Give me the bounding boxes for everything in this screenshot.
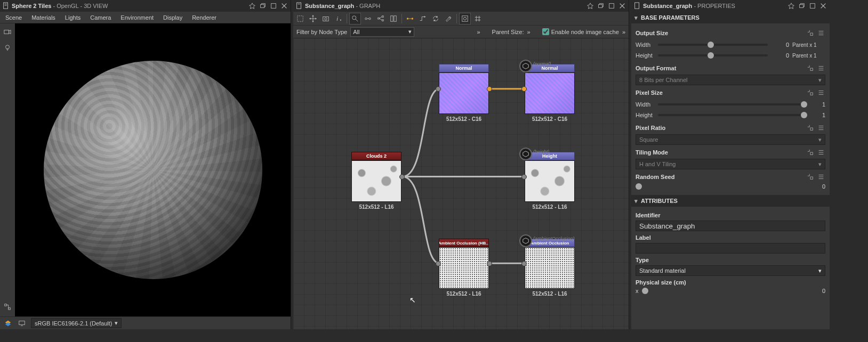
seed-value[interactable]: 0 xyxy=(822,183,825,190)
node-ao[interactable]: Ambient Occlusion (HB... 512x512 - L16 xyxy=(439,239,489,297)
close-icon[interactable] xyxy=(819,2,827,10)
wrench-icon[interactable] xyxy=(443,13,454,25)
menu-renderer[interactable]: Renderer xyxy=(192,14,216,21)
physical-x-value[interactable]: 0 xyxy=(822,288,825,294)
close-icon[interactable] xyxy=(280,2,288,10)
node-height-output[interactable]: Height 512x512 - L16 xyxy=(525,152,575,210)
pixel-ratio-select[interactable]: Square ▾ xyxy=(636,134,825,145)
camera-icon[interactable] xyxy=(2,27,13,37)
tiling-mode-select[interactable]: H and V Tiling ▾ xyxy=(636,159,825,169)
node-normal-output[interactable]: Normal 512x512 - C16 xyxy=(525,64,575,122)
px-width-value[interactable]: 1 xyxy=(807,101,825,108)
output-port[interactable] xyxy=(487,86,492,92)
width-value[interactable]: 0 xyxy=(771,42,789,48)
seed-randomize-button[interactable] xyxy=(636,183,642,190)
close-icon[interactable] xyxy=(618,2,626,10)
cache-checkbox-input[interactable] xyxy=(542,28,549,35)
menu-camera[interactable]: Camera xyxy=(90,14,111,21)
input-port[interactable] xyxy=(436,261,441,266)
menu-lights[interactable]: Lights xyxy=(65,14,81,21)
input-port[interactable] xyxy=(521,261,527,266)
node-normal[interactable]: Normal 512x512 - C16 xyxy=(439,64,489,122)
identifier-input[interactable] xyxy=(636,221,825,231)
svg-marker-63 xyxy=(523,63,529,69)
restore-icon[interactable] xyxy=(798,2,806,10)
more-icon[interactable]: » xyxy=(477,29,480,35)
refresh-icon[interactable] xyxy=(430,13,441,25)
restore-icon[interactable] xyxy=(259,2,267,10)
align-icon[interactable] xyxy=(388,13,399,25)
menu-materials[interactable]: Materials xyxy=(31,14,55,21)
menu-lines-icon[interactable] xyxy=(817,29,825,37)
pin-icon[interactable] xyxy=(787,2,795,10)
filter-select[interactable]: All ▾ xyxy=(350,27,414,37)
inherit-icon[interactable] xyxy=(806,124,815,132)
maximize-icon[interactable] xyxy=(269,2,278,10)
output-format-select[interactable]: 8 Bits per Channel ▾ xyxy=(636,75,825,85)
svg-point-50 xyxy=(412,18,414,20)
width-slider[interactable] xyxy=(658,44,768,46)
inherit-icon[interactable] xyxy=(806,148,815,157)
cache-label: Enable node image cache xyxy=(551,29,619,35)
label-input[interactable] xyxy=(636,243,825,254)
route-icon[interactable] xyxy=(417,13,429,25)
type-select[interactable]: Standard material ▾ xyxy=(636,265,825,276)
graph-canvas[interactable]: Clouds 2 512x512 - L16 Normal 512x512 - … xyxy=(293,38,629,329)
node-clouds2[interactable]: Clouds 2 512x512 - L16 xyxy=(351,152,401,210)
tree-icon[interactable] xyxy=(375,13,387,25)
monitor-icon[interactable] xyxy=(17,319,27,328)
hierarchy-icon[interactable] xyxy=(2,302,13,312)
color-profile-label: sRGB IEC61966-2.1 (Default) xyxy=(35,320,112,327)
height-slider[interactable] xyxy=(658,54,768,56)
input-port[interactable] xyxy=(521,86,527,92)
snapshot-icon[interactable] xyxy=(320,13,332,25)
more-icon[interactable]: » xyxy=(527,29,531,35)
color-profile-select[interactable]: sRGB IEC61966-2.1 (Default) ▾ xyxy=(31,318,122,328)
menu-display[interactable]: Display xyxy=(163,14,182,21)
info-icon[interactable]: i xyxy=(333,13,344,25)
move-tool-icon[interactable] xyxy=(307,13,319,25)
maximize-icon[interactable] xyxy=(607,2,616,10)
inherit-icon[interactable] xyxy=(806,64,815,72)
menu-lines-icon[interactable] xyxy=(817,173,825,181)
output-port[interactable] xyxy=(399,174,405,180)
more-icon[interactable]: » xyxy=(622,29,625,35)
select-tool-icon[interactable] xyxy=(294,13,306,25)
px-height-value[interactable]: 1 xyxy=(807,112,825,118)
menu-scene[interactable]: Scene xyxy=(5,14,22,21)
menu-lines-icon[interactable] xyxy=(817,64,825,72)
link-icon[interactable] xyxy=(362,13,374,25)
px-height-slider[interactable] xyxy=(658,114,804,116)
pin-icon[interactable] xyxy=(586,2,594,10)
menu-lines-icon[interactable] xyxy=(817,124,825,132)
node-connect-icon[interactable] xyxy=(404,13,416,25)
height-value[interactable]: 0 xyxy=(771,52,789,59)
inherit-icon[interactable] xyxy=(806,88,815,97)
output-port[interactable] xyxy=(487,261,492,266)
bulb-icon[interactable] xyxy=(2,43,13,53)
focus-icon[interactable] xyxy=(459,13,471,25)
search-icon[interactable] xyxy=(349,13,361,25)
menu-lines-icon[interactable] xyxy=(817,88,825,97)
pin-icon[interactable] xyxy=(248,2,256,10)
cache-checkbox[interactable]: Enable node image cache xyxy=(542,28,619,35)
px-width-slider[interactable] xyxy=(658,103,804,105)
section-base-parameters[interactable]: ▾ BASE PARAMETERS xyxy=(631,12,830,23)
input-port[interactable] xyxy=(521,174,527,180)
viewport-3d[interactable] xyxy=(15,23,291,316)
menu-environment[interactable]: Environment xyxy=(120,14,154,21)
maximize-icon[interactable] xyxy=(808,2,817,10)
restore-icon[interactable] xyxy=(597,2,605,10)
menu-lines-icon[interactable] xyxy=(817,148,825,157)
node-ao-output[interactable]: Ambient Occlusion 512x512 - L16 xyxy=(525,239,575,297)
section-attributes[interactable]: ▾ ATTRIBUTES xyxy=(631,195,830,207)
node-caption: 512x512 - L16 xyxy=(351,204,401,210)
physical-x-slider[interactable] xyxy=(642,288,648,294)
input-port[interactable] xyxy=(436,86,441,92)
layers-icon[interactable] xyxy=(3,319,13,328)
inherit-icon[interactable] xyxy=(806,29,815,37)
grid-icon[interactable] xyxy=(472,13,484,25)
output-badge-icon xyxy=(519,234,532,247)
type-value: Standard material xyxy=(639,267,686,274)
inherit-icon[interactable] xyxy=(806,173,815,181)
